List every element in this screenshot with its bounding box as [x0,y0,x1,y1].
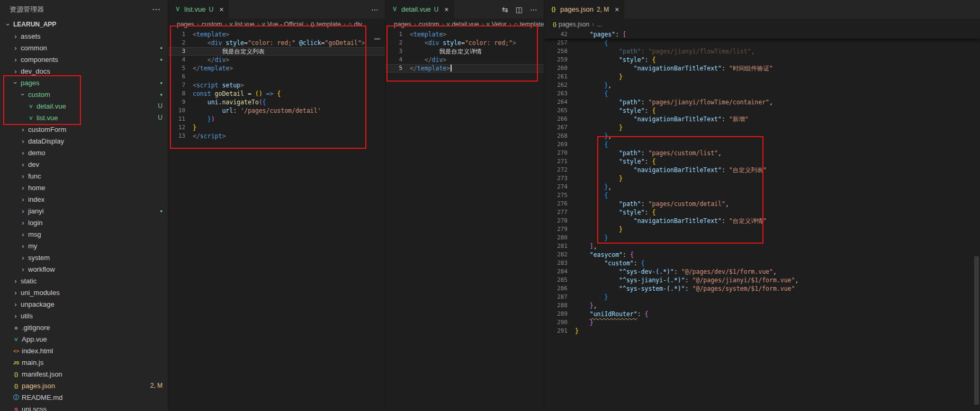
code-line[interactable]: 5</template> [385,64,544,73]
code-editor-detail-vue[interactable]: 1<template>2 <div style="color: red;">3 … [385,30,544,411]
code-line[interactable]: 263 { [544,90,980,98]
code-line[interactable]: 269 { [544,140,980,149]
more-actions-icon[interactable]: ⋯ [371,6,379,13]
code-line[interactable]: 284 "^sys-dev-(.*)": "@/pages/dev/$1/for… [544,267,980,276]
code-line[interactable]: 278 "navigationBarTitleText": "自定义详情" [544,217,980,225]
code-line[interactable]: 279 } [544,225,980,234]
breadcrumb-item[interactable]: ... [597,21,602,28]
code-line[interactable]: 258 "path": "pages/jianyi/flowTime/list"… [544,47,980,56]
tree-item-workflow[interactable]: ›workflow [0,263,168,275]
tree-item-system[interactable]: ›system [0,252,168,263]
code-line[interactable]: 257 { [544,39,980,47]
breadcrumb-item[interactable]: custom [419,21,439,28]
breadcrumb-item[interactable]: custom [202,21,222,28]
code-line[interactable]: 266 "navigationBarTitleText": "新增" [544,115,980,123]
code-line[interactable]: 267 } [544,123,980,132]
code-line[interactable]: 5</template> [168,64,385,73]
code-line[interactable]: 264 "path": "pages/jianyi/flowTime/conta… [544,98,980,106]
code-line[interactable]: 286 "^sys-system-(.*)": "@/pages/system/… [544,284,980,293]
code-line[interactable]: 270 "path": "pages/custom/list", [544,149,980,157]
code-line[interactable]: 271 "style": { [544,157,980,166]
tree-item-home[interactable]: ›home [0,182,168,193]
breadcrumb-item[interactable]: pages [394,21,411,28]
code-line[interactable]: 1<template> [168,30,385,39]
code-line[interactable]: 3 我是自定义列表 [168,47,385,56]
code-line[interactable]: 277 "style": { [544,208,980,217]
code-line[interactable]: 2 <div style="color: red;"> [385,39,544,47]
tree-item-index.html[interactable]: <>index.html [0,345,168,356]
breadcrumb-item[interactable]: {}template [311,21,341,28]
tree-item-manifest.json[interactable]: {}manifest.json [0,368,168,380]
code-line[interactable]: 8const goDetail = () => { [168,90,385,98]
code-line[interactable]: 283 "custom": { [544,259,980,267]
tree-root-learun-app[interactable]: › LEARUN_APP [0,19,168,30]
code-line[interactable]: 4 </div> [168,56,385,64]
breadcrumb-item[interactable]: Vdetail.vue [446,21,479,28]
code-line[interactable]: 259 "style": { [544,56,980,64]
code-line[interactable]: 11 }) [168,115,385,123]
code-line[interactable]: 287 } [544,293,980,301]
tab-list-vue[interactable]: Vlist.vueU× [168,0,229,19]
code-line[interactable]: 265 "style": { [544,106,980,115]
code-editor-pages-json[interactable]: 42 "pages": [257 {258 "path": "pages/jia… [544,30,980,411]
tree-item-unpackage[interactable]: ›unpackage [0,298,168,310]
tree-item-jianyi[interactable]: ›jianyi● [0,205,168,217]
code-line[interactable]: 276 "path": "pages/custom/detail", [544,200,980,208]
close-icon[interactable]: × [444,5,448,14]
code-line[interactable]: 7<script setup> [168,81,385,90]
scrollbar-thumb[interactable] [974,256,979,405]
tree-item-common[interactable]: ›common● [0,42,168,53]
tree-item-custom[interactable]: ›custom● [0,88,168,100]
more-actions-icon[interactable]: ⋯ [530,6,537,13]
tree-item-dev_docs[interactable]: ›dev_docs [0,65,168,77]
breadcrumb-item[interactable]: ◇template [514,21,544,28]
tree-item-main.js[interactable]: JSmain.js [0,356,168,368]
code-line[interactable]: 274 }, [544,183,980,191]
tab-detail-vue[interactable]: Vdetail.vueU× [385,0,455,19]
close-icon[interactable]: × [615,5,619,14]
code-line[interactable]: 285 "^sys-jianyi-(.*)": "@/pages/jianyi/… [544,276,980,284]
close-icon[interactable]: × [219,5,223,14]
breadcrumb-item[interactable]: Vlist.vue [229,21,254,28]
tree-item-msg[interactable]: ›msg [0,228,168,240]
tree-item-detail.vue[interactable]: Vdetail.vueU [0,100,168,112]
code-line[interactable]: 288 }, [544,301,980,310]
code-line[interactable]: 13</script> [168,132,385,140]
tree-item-README.md[interactable]: ⓘREADME.md [0,391,168,403]
tree-item-login[interactable]: ›login [0,217,168,228]
tree-item-dev[interactable]: ›dev [0,158,168,170]
tree-item-list.vue[interactable]: Vlist.vueU [0,112,168,123]
tree-item-my[interactable]: ›my [0,240,168,252]
tree-item-static[interactable]: ›static [0,275,168,287]
breadcrumb-item[interactable]: VVue - Official [262,21,303,28]
code-line[interactable]: 273 } [544,174,980,183]
tree-item-dataDisplay[interactable]: ›dataDisplay [0,135,168,147]
tree-item-components[interactable]: ›components● [0,53,168,65]
tree-item-.gitignore[interactable]: ◆.gitignore [0,321,168,333]
tree-item-utils[interactable]: ›utils [0,310,168,321]
tree-item-func[interactable]: ›func [0,170,168,182]
code-line[interactable]: 260 "navigationBarTitleText": "时间组件验证" [544,64,980,73]
code-line[interactable]: 289 "uniIdRouter": { [544,310,980,318]
more-actions-icon[interactable]: ⋯ [152,5,160,14]
code-line[interactable]: 12} [168,123,385,132]
code-line[interactable]: 272 "navigationBarTitleText": "自定义列表" [544,166,980,174]
code-line[interactable]: 3 我是自定义详情 [385,47,544,56]
code-line[interactable]: 10 url: '/pages/custom/detail' [168,106,385,115]
code-line[interactable]: 291} [544,327,980,335]
code-line[interactable]: 261 } [544,73,980,81]
tree-item-pages[interactable]: ›pages● [0,77,168,88]
code-line[interactable]: 282 "easycom": { [544,251,980,259]
tree-item-uni.scss[interactable]: Suni.scss [0,403,168,411]
tree-item-customForm[interactable]: ›customForm [0,123,168,135]
tree-item-demo[interactable]: ›demo [0,147,168,158]
breadcrumb-item[interactable]: {}pages.json [553,21,589,28]
code-line[interactable]: 6 [168,73,385,81]
code-editor-list-vue[interactable]: 1<template>2 <div style="color: red;" @c… [168,30,385,411]
tree-item-assets[interactable]: ›assets [0,30,168,42]
code-line[interactable]: 281 ], [544,242,980,251]
breadcrumb-item[interactable]: ◇div [348,21,362,28]
tree-item-index[interactable]: ›index [0,193,168,205]
code-line[interactable]: 1<template> [385,30,544,39]
breadcrumb-item[interactable]: pages [177,21,194,28]
